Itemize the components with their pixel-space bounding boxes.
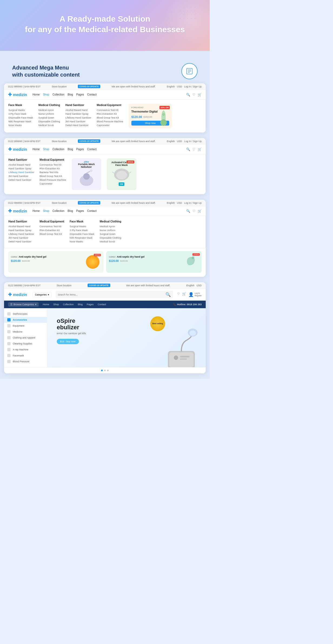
list-item[interactable]: Nose Masks [8,124,33,127]
list-item[interactable]: 3M Hand Sanitizer [8,236,34,239]
fp-nav-blog[interactable]: Blog [78,303,83,306]
list-item[interactable]: Surgical Gown [100,233,121,235]
list-item[interactable]: 3 Ply Face Mask [70,229,94,232]
fp-buy-button[interactable]: $19 - Buy now [57,339,79,344]
list-item[interactable]: Dettol Hand Sanitizer [65,124,91,127]
list-item[interactable]: Blood Pressure Machine [40,179,66,181]
list-item[interactable]: Bacteria Test Kits [40,171,66,174]
fp-search-icon[interactable]: 🔍 [165,292,171,297]
wishlist-icon-3[interactable]: ♡ [192,209,195,213]
sidebar-item-equipment[interactable]: Equipment [4,323,47,329]
search-icon[interactable]: 🔍 [186,93,190,97]
fp-wishlist-icon[interactable]: ♡ [177,292,180,297]
list-item[interactable]: Surgical Masks [70,225,94,228]
sidebar-item-clothing[interactable]: Clothing and Apparel [4,335,47,341]
list-item[interactable]: Blood Pressure Machine [97,120,123,123]
list-item[interactable]: Coronavirus Test Kit [97,109,123,111]
list-item[interactable]: Disposable Face Mask [70,233,94,235]
nav-contact-3[interactable]: Contact [87,209,96,212]
fp-login-area[interactable]: 👤 Log In Register [188,292,202,297]
sidebar-item-accessories[interactable]: Accessories [4,317,47,323]
nav-pages-3[interactable]: Pages [76,209,84,212]
fp-nav-shop[interactable]: Shop [53,303,59,306]
list-item[interactable]: Alcohol Based Hand [8,225,34,228]
login-3[interactable]: Log In / Sign Up [184,202,202,204]
nav-contact-2[interactable]: Contact [87,148,96,151]
currency-2[interactable]: USD [177,140,182,143]
list-item[interactable]: Surgical Gown [38,116,60,119]
currency-3[interactable]: USD [177,202,182,204]
nav-collection[interactable]: Collection [52,93,64,96]
search-icon-3[interactable]: 🔍 [186,209,190,213]
sidebar-item-facemask[interactable]: Facemask [4,353,47,359]
logo-3[interactable]: ✚ medizin [8,208,27,213]
list-item[interactable]: Medical Scrub [100,240,121,243]
nav-pages[interactable]: Pages [76,93,84,96]
list-item[interactable]: Blood Group Test Kit [40,233,64,235]
fp-search-input[interactable] [58,293,165,296]
list-item[interactable]: RNA Extraction Kit [40,229,64,232]
list-item[interactable]: Dettol Hand Sanitizer [8,179,34,181]
nav-contact[interactable]: Contact [87,93,96,96]
list-item[interactable]: 3M Hand Sanitizer [8,175,34,178]
list-item[interactable]: Caprometer [40,182,66,185]
list-item[interactable]: Hand Sanitizer Spray [8,167,34,170]
list-item[interactable]: Nurse Uniform [38,113,60,115]
fp-lang[interactable]: English [186,284,194,287]
login-2[interactable]: Log In / Sign Up [184,140,202,143]
list-item[interactable]: Alcohol Based Hand [65,109,91,111]
list-item[interactable]: Alcohol Based Hand [8,163,34,166]
list-item[interactable]: Surgical Masks [8,109,33,111]
nav-blog-2[interactable]: Blog [68,148,73,151]
currency-selector[interactable]: USD [177,85,182,88]
sidebar-item-medicine[interactable]: Medicine [4,329,47,335]
nav-shop-2[interactable]: Shop [43,148,49,151]
dot-3[interactable] [107,370,109,371]
nav-pages-2[interactable]: Pages [76,148,84,151]
list-item[interactable]: Lifebuoy Hand Sanitizer [8,233,34,235]
cart-icon[interactable]: 🛒 [198,93,202,97]
nav-blog[interactable]: Blog [68,93,73,96]
list-item[interactable]: 3 Ply Face Mask [8,113,33,115]
fp-nav-collection[interactable]: Collection [63,303,74,306]
list-item[interactable]: RNA Extraction Kit [97,113,123,115]
language-2[interactable]: English [167,140,175,143]
list-item[interactable]: N95 Respirator Mask [70,236,94,239]
list-item[interactable]: Medical Apron [38,109,60,111]
list-item[interactable]: Hand Sanitizer Spray [65,113,91,115]
sidebar-item-cleaning[interactable]: Cleaning Supplies [4,341,47,347]
fp-nav-pages[interactable]: Pages [87,303,94,306]
cart-icon-3[interactable]: 🛒 [198,209,202,213]
fp-logo[interactable]: ✚ medizin [8,292,27,297]
language-selector[interactable]: English [167,85,175,88]
list-item[interactable]: Blood Group Test Kit [40,175,66,178]
list-item[interactable]: Disposable Clothing [38,120,60,123]
logo-2[interactable]: ✚ medizin [8,147,27,152]
dot-1[interactable] [101,370,103,371]
fp-nav-contact[interactable]: Contact [98,303,106,306]
list-item[interactable]: Caprometer [97,124,123,127]
nav-home-2[interactable]: Home [32,148,40,151]
sidebar-item-xray[interactable]: X-ray Machine [4,347,47,353]
list-item[interactable]: RNA Extraction Kit [40,167,66,170]
list-item[interactable]: Nose Masks [70,240,94,243]
login-link[interactable]: Log In / Sign Up [184,85,202,88]
dot-2[interactable] [104,370,106,371]
language-3[interactable]: English [167,202,175,204]
nav-collection-2[interactable]: Collection [52,148,64,151]
nav-home-3[interactable]: Home [32,209,40,212]
list-item[interactable]: Nurse Uniform [100,229,121,232]
list-item[interactable]: Dettol Hand Sanitizer [8,240,34,243]
cart-icon-2[interactable]: 🛒 [198,147,202,151]
list-item[interactable]: Medical Apron [100,225,121,228]
search-icon-2[interactable]: 🔍 [186,147,190,151]
nav-collection-3[interactable]: Collection [52,209,64,212]
list-item[interactable]: 3M Hand Sanitizer [65,120,91,123]
list-item[interactable]: N95 Respirator Mask [8,120,33,123]
nav-shop[interactable]: Shop [43,93,49,96]
list-item[interactable]: Lifebuoy Hand Sanitizer [8,171,34,174]
nav-shop-3[interactable]: Shop [43,209,49,212]
list-item[interactable]: Coronavirus Test Kit [40,225,64,228]
sidebar-item-stethoscopes[interactable]: Stethoscopes [4,311,47,317]
list-item[interactable]: Lifebuoy Hand Sanitizer [65,116,91,119]
